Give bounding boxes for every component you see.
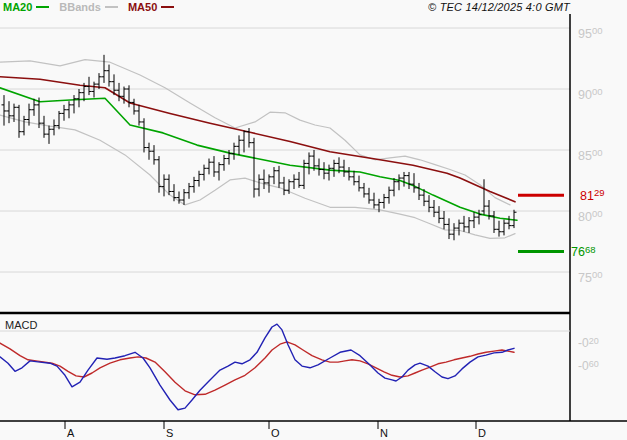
stock-chart-canvas: 9500900085008000750081297668ASOND-020-06…	[0, 0, 627, 440]
macd-panel-label: MACD	[5, 319, 37, 331]
month-label-A: A	[67, 427, 75, 439]
bollinger-bands	[0, 60, 515, 239]
ma20-line	[0, 88, 517, 220]
month-label-N: N	[380, 427, 388, 439]
y-tick-label-8500: 8500	[578, 147, 602, 163]
ma50-line	[0, 77, 515, 202]
legend-ma50-label: MA50	[128, 1, 157, 13]
month-label-D: D	[478, 427, 486, 439]
month-label-S: S	[166, 427, 173, 439]
legend-item-ma50: MA50	[128, 1, 174, 13]
bbands-line-swatch	[105, 6, 118, 8]
macd-signal-line	[0, 342, 514, 395]
macd-line	[0, 324, 514, 410]
copyright-timestamp: © TEC 14/12/2025 4:0 GMT	[428, 1, 570, 13]
chart-page: 9500900085008000750081297668ASOND-020-06…	[0, 0, 627, 440]
y-tick-label-8000: 8000	[578, 208, 602, 224]
price-gridlines	[0, 28, 570, 272]
legend: MA20 BBands MA50	[3, 1, 174, 13]
legend-bbands-label: BBands	[59, 1, 101, 13]
bollinger-upper-band	[0, 60, 510, 205]
macd-tick-label--060: -060	[578, 359, 599, 374]
ma20-line-swatch	[36, 6, 49, 8]
month-label-O: O	[271, 427, 280, 439]
ohlc-bars	[2, 55, 517, 240]
y-tick-label-9500: 9500	[578, 25, 602, 41]
y-tick-label-7500: 7500	[578, 269, 602, 285]
y-tick-label-9000: 9000	[578, 86, 602, 102]
legend-ma20-label: MA20	[3, 1, 32, 13]
x-axis-months: ASOND	[65, 421, 486, 439]
resistance-level-label: 8129	[580, 187, 604, 203]
legend-item-bbands: BBands	[59, 1, 118, 13]
macd-tick-label--020: -020	[578, 336, 599, 351]
ma50-line-swatch	[161, 6, 174, 8]
support-level-label: 7668	[571, 244, 595, 260]
legend-item-ma20: MA20	[3, 1, 49, 13]
